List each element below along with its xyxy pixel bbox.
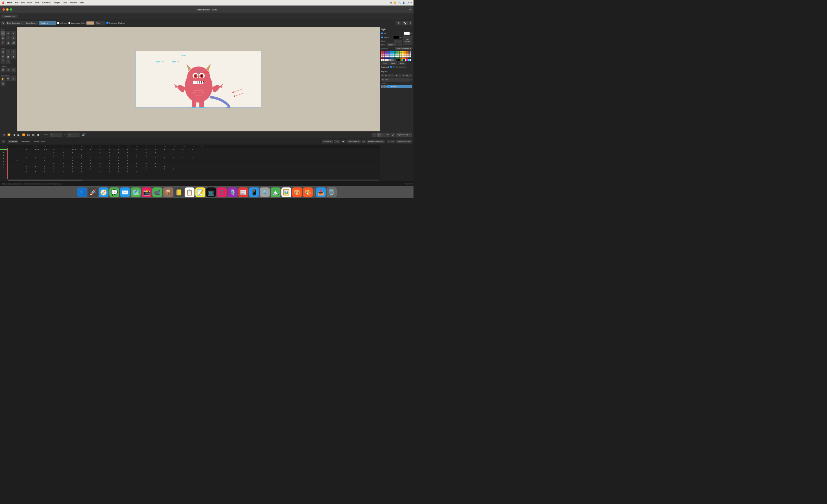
maximize-button[interactable] [10, 8, 12, 11]
keyframe-dot[interactable] [109, 152, 110, 153]
keyframe-dot[interactable] [155, 152, 156, 153]
translate-tool[interactable]: ✛ [11, 36, 16, 41]
wifi-icon[interactable]: 📶 [394, 2, 396, 4]
color-swatch-101[interactable] [400, 59, 401, 61]
color-swatch-78[interactable] [391, 58, 393, 59]
channels-tab[interactable]: Channels [8, 140, 18, 143]
keyframe-dot[interactable] [118, 158, 119, 158]
color-swatch-56[interactable] [385, 56, 386, 57]
keyframe-dot[interactable] [26, 158, 27, 158]
timeline-icon-1[interactable]: ⊟ [2, 139, 5, 143]
edit-menu[interactable]: Edit [21, 2, 25, 4]
bend-tool[interactable]: 〜 [1, 41, 5, 45]
keyframe-dot[interactable] [44, 160, 45, 161]
lasso-mode-checkbox[interactable] [68, 22, 71, 24]
paste-button[interactable]: Paste [389, 61, 397, 65]
draw-menu[interactable]: Draw [27, 2, 32, 4]
color-swatch-preview[interactable] [86, 21, 94, 24]
keyframe-dot[interactable] [146, 166, 147, 167]
color-swatch-67[interactable] [403, 56, 404, 57]
pointer-tool[interactable]: ↖ [1, 21, 5, 25]
keyframe-dot[interactable] [109, 158, 110, 158]
stroke-check[interactable]: Stroke [381, 36, 389, 38]
auto-freeze-btn[interactable]: Auto-freeze keys [396, 139, 412, 143]
keyframe-dot[interactable] [46, 149, 47, 150]
keyframe-dot[interactable] [35, 149, 36, 150]
keyframe-dot[interactable] [127, 171, 128, 172]
keyframe-dot[interactable] [118, 163, 119, 164]
color-swatch-93[interactable] [386, 59, 388, 61]
color-swatch-42[interactable] [391, 54, 393, 56]
color-swatch-95[interactable] [390, 59, 391, 61]
color-swatch-102[interactable] [401, 59, 403, 61]
triangle-down-icon[interactable]: ▽ [391, 139, 395, 143]
goto-start-btn[interactable]: ⏮ [2, 132, 6, 137]
keyframe-dot[interactable] [72, 171, 73, 172]
relative-keyframing-btn[interactable]: Relative keyframing [367, 139, 384, 143]
keyframe-dot[interactable] [72, 158, 73, 158]
keyframe-dot[interactable] [118, 169, 119, 169]
close-button[interactable] [2, 8, 5, 11]
color-swatch-84[interactable] [401, 58, 403, 59]
keyframe-dot[interactable] [127, 149, 128, 150]
select-tool[interactable]: ↖ [1, 31, 5, 36]
keyframe-dot[interactable] [100, 149, 100, 150]
fill-color-swatch[interactable] [404, 32, 410, 35]
color-swatch-46[interactable] [398, 54, 400, 56]
keyframe-dot[interactable] [53, 163, 54, 164]
window-menu[interactable]: Window [70, 2, 77, 4]
lock-bone-check[interactable]: Lock bone [57, 22, 67, 24]
layer-edit-tool[interactable]: ◈ [11, 54, 16, 59]
keyframe-dot[interactable] [44, 149, 45, 150]
color-swatch-65[interactable] [400, 56, 401, 57]
new-group-btn[interactable]: + [381, 74, 384, 77]
puppet-tool[interactable]: ✱ [6, 41, 10, 45]
color-mode-select[interactable]: Plain▼ [95, 21, 105, 25]
dock-keka[interactable]: 📦 [163, 187, 173, 197]
fill-checkbox[interactable] [381, 32, 383, 35]
apple-menu[interactable]: 🍎 [2, 2, 4, 4]
color-swatch-12[interactable] [401, 51, 403, 53]
panel-layout-icon[interactable]: ⊟ [408, 21, 412, 25]
keyframe-dot[interactable] [155, 163, 156, 164]
dock-stickies[interactable]: 📝 [195, 187, 205, 197]
keyframe-dot[interactable] [44, 166, 45, 167]
layers-arrow-icon[interactable]: → [409, 74, 412, 77]
ch-icon-2[interactable]: ● [1, 154, 6, 157]
lasso-mode-check[interactable]: Lasso mode [68, 22, 80, 24]
dock-appstore[interactable]: 📱 [249, 187, 259, 197]
delete-layer-btn[interactable]: ✕ [395, 74, 397, 77]
reset-button[interactable]: Reset [398, 61, 405, 65]
keyframe-dot[interactable] [100, 166, 100, 167]
color-swatch-85[interactable] [403, 58, 404, 59]
keyframe-dot[interactable] [81, 155, 82, 156]
keyframe-dot[interactable] [37, 149, 38, 150]
color-swatch-73[interactable] [383, 58, 384, 59]
keyframe-dot[interactable] [164, 169, 165, 169]
keyframe-dot[interactable] [100, 171, 100, 172]
keyframe-dot[interactable] [127, 160, 128, 161]
shield-icon[interactable]: 🛡 [362, 139, 365, 143]
keyframe-dot[interactable] [155, 166, 156, 167]
keyframe-dot[interactable] [81, 158, 82, 158]
keyframe-dot[interactable] [127, 158, 128, 158]
keyframe-dot[interactable] [192, 149, 193, 150]
layer-add-tool[interactable]: + [6, 49, 10, 54]
keyframe-dot[interactable] [127, 166, 128, 167]
keyframe-dot[interactable] [136, 171, 137, 172]
color-swatch-87[interactable] [406, 58, 408, 59]
color-swatch-35[interactable] [410, 53, 411, 54]
color-swatch-79[interactable] [393, 58, 394, 59]
color-swatch-10[interactable] [398, 51, 400, 53]
minimize-button[interactable] [6, 8, 9, 11]
keyframe-dot[interactable] [109, 160, 110, 161]
color-swatch-62[interactable] [395, 56, 396, 57]
color-swatch-107[interactable] [410, 59, 411, 61]
display-quality-select[interactable]: Display Quality▼ [396, 132, 412, 136]
timeline-scrollbar[interactable] [7, 179, 380, 181]
search-icon[interactable]: 🔍 [398, 2, 401, 4]
keyframe-dot[interactable] [53, 171, 54, 172]
keyframe-dot[interactable] [90, 160, 91, 161]
dock-podcasts[interactable]: 🎙️ [228, 187, 238, 197]
camera-pan-tool[interactable]: ☋ [1, 68, 5, 72]
